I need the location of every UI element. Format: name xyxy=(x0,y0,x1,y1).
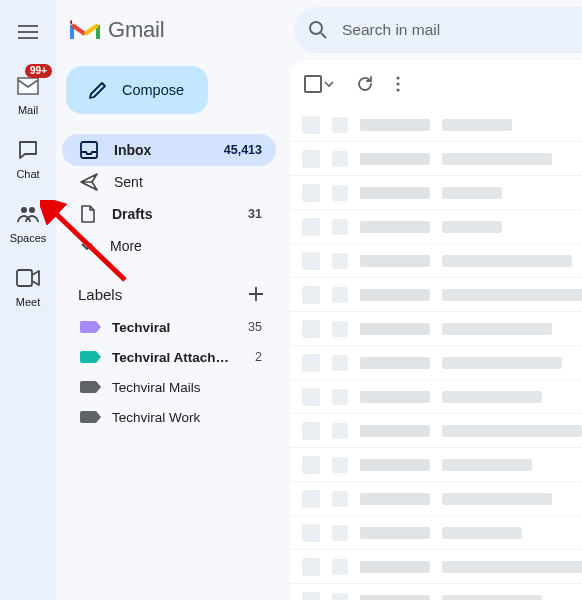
nav-item-sent[interactable]: Sent xyxy=(62,166,276,198)
nav-item-more[interactable]: More xyxy=(62,230,276,262)
mail-row[interactable] xyxy=(290,346,582,380)
spaces-icon xyxy=(12,198,44,230)
row-checkbox[interactable] xyxy=(302,592,320,601)
subject-placeholder xyxy=(442,561,582,573)
star-icon[interactable] xyxy=(332,457,348,473)
star-icon[interactable] xyxy=(332,525,348,541)
sender-placeholder xyxy=(360,357,430,369)
star-icon[interactable] xyxy=(332,117,348,133)
label-item[interactable]: Techviral Work xyxy=(62,402,276,432)
rail-item-mail[interactable]: 99+ Mail xyxy=(0,70,56,116)
refresh-button[interactable] xyxy=(356,75,374,93)
sender-placeholder xyxy=(360,119,430,131)
svg-point-0 xyxy=(21,207,27,213)
subject-placeholder xyxy=(442,595,542,601)
row-checkbox[interactable] xyxy=(302,150,320,168)
subject-placeholder xyxy=(442,153,552,165)
label-name: Techviral Work xyxy=(112,410,246,425)
rail-item-meet[interactable]: Meet xyxy=(0,262,56,308)
row-checkbox[interactable] xyxy=(302,320,320,338)
label-tag-icon xyxy=(80,321,96,333)
chat-icon xyxy=(12,134,44,166)
row-checkbox[interactable] xyxy=(302,286,320,304)
app-rail: 99+ Mail Chat Spaces Meet xyxy=(0,0,56,600)
mail-row[interactable] xyxy=(290,516,582,550)
row-checkbox[interactable] xyxy=(302,558,320,576)
mail-row[interactable] xyxy=(290,414,582,448)
label-name: Techviral Attachme... xyxy=(112,350,239,365)
app-name: Gmail xyxy=(108,17,164,43)
label-item[interactable]: Techviral35 xyxy=(62,312,276,342)
plus-icon xyxy=(248,286,264,302)
label-item[interactable]: Techviral Attachme...2 xyxy=(62,342,276,372)
more-actions-button[interactable] xyxy=(396,76,400,92)
subject-placeholder xyxy=(442,255,572,267)
row-checkbox[interactable] xyxy=(302,116,320,134)
star-icon[interactable] xyxy=(332,593,348,601)
rail-item-spaces[interactable]: Spaces xyxy=(0,198,56,244)
mail-toolbar xyxy=(290,60,582,108)
row-checkbox[interactable] xyxy=(302,422,320,440)
star-icon[interactable] xyxy=(332,253,348,269)
row-checkbox[interactable] xyxy=(302,456,320,474)
row-checkbox[interactable] xyxy=(302,490,320,508)
mail-row[interactable] xyxy=(290,210,582,244)
compose-button[interactable]: Compose xyxy=(66,66,208,114)
star-icon[interactable] xyxy=(332,559,348,575)
mail-row[interactable] xyxy=(290,142,582,176)
app-logo[interactable]: Gmail xyxy=(62,8,276,52)
mail-row[interactable] xyxy=(290,176,582,210)
expand-more-icon xyxy=(80,239,94,253)
sender-placeholder xyxy=(360,255,430,267)
row-checkbox[interactable] xyxy=(302,252,320,270)
star-icon[interactable] xyxy=(332,219,348,235)
drafts-icon xyxy=(80,205,96,223)
label-count: 2 xyxy=(255,350,262,364)
star-icon[interactable] xyxy=(332,389,348,405)
mail-row[interactable] xyxy=(290,278,582,312)
subject-placeholder xyxy=(442,391,542,403)
mail-row[interactable] xyxy=(290,584,582,600)
subject-placeholder xyxy=(442,459,532,471)
nav-item-drafts[interactable]: Drafts 31 xyxy=(62,198,276,230)
mail-row[interactable] xyxy=(290,550,582,584)
label-tag-icon xyxy=(80,381,96,393)
star-icon[interactable] xyxy=(332,321,348,337)
search-bar[interactable] xyxy=(294,7,582,53)
sender-placeholder xyxy=(360,187,430,199)
add-label-button[interactable] xyxy=(248,286,264,302)
sent-icon xyxy=(80,173,98,191)
kebab-icon xyxy=(396,76,400,92)
labels-header: Labels xyxy=(62,276,276,312)
row-checkbox[interactable] xyxy=(302,354,320,372)
subject-placeholder xyxy=(442,323,552,335)
mail-row[interactable] xyxy=(290,312,582,346)
star-icon[interactable] xyxy=(332,423,348,439)
row-checkbox[interactable] xyxy=(302,388,320,406)
mail-row[interactable] xyxy=(290,244,582,278)
sender-placeholder xyxy=(360,323,430,335)
search-input[interactable] xyxy=(342,21,582,39)
main-menu-button[interactable] xyxy=(8,12,48,52)
row-checkbox[interactable] xyxy=(302,218,320,236)
mail-row[interactable] xyxy=(290,482,582,516)
mail-row[interactable] xyxy=(290,448,582,482)
nav-item-inbox[interactable]: Inbox 45,413 xyxy=(62,134,276,166)
unread-badge: 99+ xyxy=(25,64,52,78)
label-name: Techviral Mails xyxy=(112,380,246,395)
mail-row[interactable] xyxy=(290,108,582,142)
row-checkbox[interactable] xyxy=(302,524,320,542)
star-icon[interactable] xyxy=(332,151,348,167)
star-icon[interactable] xyxy=(332,491,348,507)
select-all-checkbox[interactable] xyxy=(304,75,334,93)
star-icon[interactable] xyxy=(332,287,348,303)
sender-placeholder xyxy=(360,425,430,437)
star-icon[interactable] xyxy=(332,355,348,371)
star-icon[interactable] xyxy=(332,185,348,201)
mail-row[interactable] xyxy=(290,380,582,414)
label-item[interactable]: Techviral Mails xyxy=(62,372,276,402)
sender-placeholder xyxy=(360,459,430,471)
rail-item-chat[interactable]: Chat xyxy=(0,134,56,180)
row-checkbox[interactable] xyxy=(302,184,320,202)
sender-placeholder xyxy=(360,595,430,601)
